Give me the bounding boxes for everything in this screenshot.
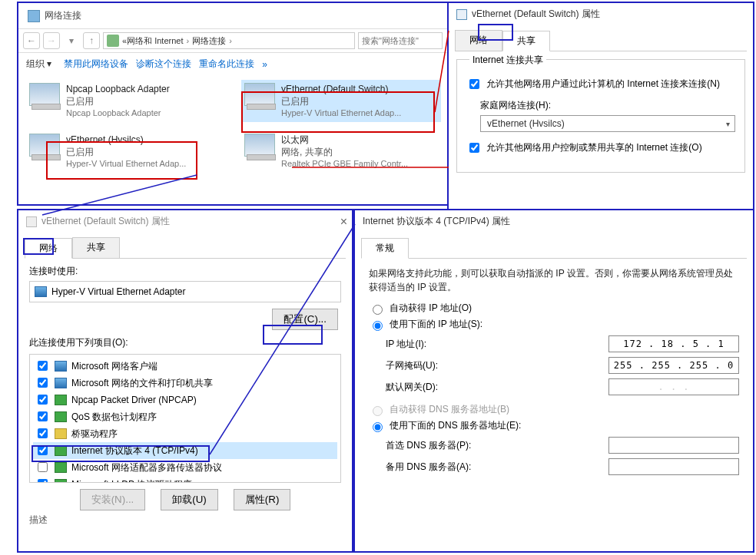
toolbar: 组织 ▾ 禁用此网络设备 诊断这个连接 重命名此连接 » — [18, 53, 447, 75]
nav-up-button[interactable]: ↑ — [83, 32, 100, 49]
adapter-icon — [29, 134, 60, 157]
navigation-bar: ← → ▾ ↑ « 网络和 Internet › 网络连接 › — [18, 28, 447, 53]
auto-ip-radio[interactable]: 自动获得 IP 地址(O) — [369, 302, 739, 315]
dns2-input[interactable] — [608, 458, 739, 475]
list-item: Microsoft 网络适配器多路传送器协议 — [33, 459, 337, 476]
nav-history-button[interactable]: ▾ — [63, 32, 80, 49]
adapter-list: Npcap Loopback Adapter 已启用 Npcap Loopbac… — [18, 75, 447, 198]
internet-sharing-group: Internet 连接共享 允许其他网络用户通过此计算机的 Internet 连… — [456, 59, 745, 173]
item-label: Npcap Packet Driver (NPCAP) — [71, 395, 197, 405]
gateway-input[interactable]: . . . — [608, 378, 739, 395]
item-label: 桥驱动程序 — [71, 428, 118, 441]
adapter-desc: Realtek PCIe GBE Family Contr... — [281, 158, 408, 170]
adapter-npcap[interactable]: Npcap Loopback Adapter 已启用 Npcap Loopbac… — [26, 80, 226, 122]
allow-share-tick[interactable] — [469, 79, 479, 89]
tab-bar: 网络 共享 — [455, 30, 747, 51]
window-title-bar: vEthernet (Default Switch) 属性 — [18, 210, 352, 233]
use-dns-radio-input[interactable] — [373, 422, 383, 432]
list-item: 桥驱动程序 — [33, 425, 337, 442]
item-tick[interactable] — [38, 361, 48, 371]
adapter-vethernet-default-switch[interactable]: vEthernet (Default Switch) 已启用 Hyper-V V… — [241, 80, 441, 122]
window-title-bar: 网络连接 — [18, 3, 447, 28]
adapter-icon — [244, 134, 275, 157]
adapter-vethernet-hvsilcs[interactable]: vEthernet (Hvsilcs) 已启用 Hyper-V Virtual … — [26, 130, 226, 173]
home-network-value: vEthernet (Hvsilcs) — [487, 118, 565, 129]
item-label: Microsoft LLDP 协议驱动程序 — [71, 478, 192, 484]
adapter-name: vEthernet (Default Switch) — [281, 83, 401, 95]
allow-control-checkbox[interactable]: 允许其他网络用户控制或禁用共享的 Internet 连接(O) — [466, 141, 735, 155]
allow-control-tick[interactable] — [469, 143, 479, 153]
connect-using-label: 连接时使用: — [29, 265, 341, 278]
organize-menu[interactable]: 组织 ▾ — [26, 58, 51, 71]
adapter-desc: Hyper-V Virtual Ethernet Adap... — [66, 158, 186, 170]
nav-forward-button[interactable]: → — [43, 32, 60, 49]
nav-back-button[interactable]: ← — [23, 32, 40, 49]
adapter-status: 已启用 — [281, 95, 401, 107]
use-ip-label: 使用下面的 IP 地址(S): — [390, 318, 482, 331]
install-button: 安装(N)... — [80, 489, 146, 510]
disable-device-link[interactable]: 禁用此网络设备 — [64, 58, 128, 71]
window-title: 网络连接 — [45, 9, 81, 22]
item-tick[interactable] — [38, 395, 48, 405]
ipv4-description: 如果网络支持此功能，则可以获取自动指派的 IP 设置。否则，你需要从网络系统管理… — [369, 266, 739, 294]
home-network-combobox[interactable]: vEthernet (Hvsilcs) ▾ — [480, 115, 735, 132]
item-label: Microsoft 网络适配器多路传送器协议 — [71, 461, 222, 474]
close-icon[interactable]: × — [340, 215, 347, 229]
adapter-icon — [244, 83, 275, 106]
auto-dns-radio: 自动获得 DNS 服务器地址(B) — [369, 403, 739, 416]
list-item: Microsoft LLDP 协议驱动程序 — [33, 476, 337, 483]
breadcrumb-seg[interactable]: 网络连接 — [192, 35, 226, 47]
rename-link[interactable]: 重命名此连接 — [199, 58, 254, 71]
uninstall-button[interactable]: 卸载(U) — [161, 489, 218, 510]
tab-network[interactable]: 网络 — [455, 30, 502, 51]
tab-sharing[interactable]: 共享 — [502, 31, 550, 51]
address-bar[interactable]: « 网络和 Internet › 网络连接 › — [103, 32, 355, 49]
auto-ip-radio-input[interactable] — [373, 305, 383, 315]
network-icon — [28, 10, 40, 22]
list-item: QoS 数据包计划程序 — [33, 408, 337, 425]
toolbar-overflow[interactable]: » — [262, 59, 267, 70]
item-tick[interactable] — [38, 479, 48, 483]
network-items-list[interactable]: Microsoft 网络客户端 Microsoft 网络的文件和打印机共享 Np… — [29, 354, 341, 483]
item-tick[interactable] — [38, 445, 48, 455]
adapter-icon — [29, 83, 60, 106]
use-dns-radio[interactable]: 使用下面的 DNS 服务器地址(E): — [369, 419, 739, 432]
item-tick[interactable] — [38, 411, 48, 421]
diagnose-link[interactable]: 诊断这个连接 — [136, 58, 191, 71]
dns1-input[interactable] — [608, 437, 739, 454]
ethernet-icon — [456, 9, 467, 20]
use-ip-radio-input[interactable] — [373, 321, 383, 331]
tab-general[interactable]: 常规 — [361, 238, 409, 259]
mask-input[interactable]: 255 . 255 . 255 . 0 — [608, 357, 739, 374]
configure-button[interactable]: 配置(C)... — [272, 309, 338, 330]
chevron-down-icon: ▾ — [726, 120, 730, 128]
adapter-ethernet[interactable]: 以太网 网络, 共享的 Realtek PCIe GBE Family Cont… — [241, 130, 441, 173]
protocol-icon — [55, 445, 67, 456]
search-input[interactable] — [358, 32, 443, 49]
item-tick[interactable] — [38, 378, 48, 388]
allow-share-label: 允许其他网络用户通过此计算机的 Internet 连接来连接(N) — [486, 78, 720, 91]
tab-sharing[interactable]: 共享 — [72, 237, 120, 258]
adapter-status: 已启用 — [66, 95, 170, 107]
use-dns-label: 使用下面的 DNS 服务器地址(E): — [390, 419, 521, 432]
properties-button[interactable]: 属性(R) — [234, 489, 291, 510]
driver-icon — [55, 428, 67, 439]
gateway-label: 默认网关(D): — [386, 381, 608, 394]
auto-dns-radio-input — [373, 406, 383, 416]
ip-input[interactable]: 172 . 18 . 5 . 1 — [608, 335, 739, 352]
allow-control-label: 允许其他网络用户控制或禁用共享的 Internet 连接(O) — [486, 141, 702, 154]
tab-bar: 常规 — [361, 237, 747, 259]
window-title: vEthernet (Default Switch) 属性 — [41, 215, 170, 228]
breadcrumb-seg[interactable]: 网络和 Internet — [127, 35, 183, 47]
item-tick[interactable] — [38, 462, 48, 472]
use-ip-radio[interactable]: 使用下面的 IP 地址(S): — [369, 318, 739, 331]
description-label: 描述 — [29, 514, 341, 527]
window-title-bar: Internet 协议版本 4 (TCP/IPv4) 属性 — [355, 210, 753, 233]
item-tick[interactable] — [38, 428, 48, 438]
allow-share-checkbox[interactable]: 允许其他网络用户通过此计算机的 Internet 连接来连接(N) — [466, 78, 735, 91]
window-title: vEthernet (Default Switch) 属性 — [472, 8, 600, 21]
auto-dns-label: 自动获得 DNS 服务器地址(B) — [390, 403, 509, 416]
list-item: Microsoft 网络的文件和打印机共享 — [33, 375, 337, 391]
tab-network[interactable]: 网络 — [25, 238, 72, 259]
home-network-label: 家庭网络连接(H): — [480, 99, 735, 112]
